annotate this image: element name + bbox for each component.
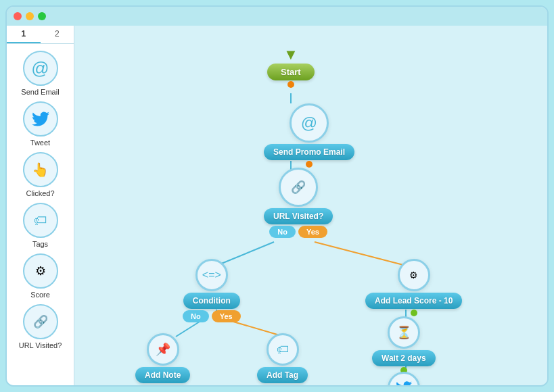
add-lead-score-label: Add Lead Score - 10	[365, 293, 462, 309]
sidebar-tab-1[interactable]: 1	[7, 26, 41, 43]
sidebar-tabs: 1 2	[7, 26, 74, 44]
add-tag-node[interactable]: 🏷 Add Tag	[257, 333, 308, 383]
wait-2-days-node[interactable]: ⏳ Wait 2 days	[372, 316, 436, 374]
flow-container: ▼ Start @ Send Promo Email 🔗 URL Visited…	[74, 26, 547, 385]
start-connector	[287, 81, 294, 88]
canvas: ▼ Start @ Send Promo Email 🔗 URL Visited…	[74, 26, 547, 385]
url-visited-node-label: URL Visited?	[264, 208, 333, 224]
add-lead-score-icon: ⚙	[398, 259, 430, 291]
sidebar-tab-2[interactable]: 2	[41, 26, 74, 43]
clicked-label: Clicked?	[26, 189, 54, 197]
add-note-icon: 📌	[147, 333, 179, 366]
add-tag-icon: 🏷	[267, 333, 299, 366]
wait-icon: ⏳	[388, 316, 420, 349]
start-label: Start	[267, 64, 315, 80]
url-visited-icon: 🔗	[23, 304, 58, 339]
tweet-icon	[23, 101, 58, 137]
sidebar-item-tweet[interactable]: Tweet	[14, 101, 68, 147]
send-email-icon: @	[23, 51, 58, 86]
main-area: 1 2 @ Send Email Tweet 👆 Clicked?	[7, 26, 547, 385]
condition-node[interactable]: <=> Condition No Yes	[183, 259, 241, 322]
close-button[interactable]	[14, 12, 22, 20]
titlebar	[7, 7, 547, 26]
tweet-label: Tweet	[30, 139, 50, 147]
add-note-label: Add Note	[135, 367, 190, 383]
url-visited-label: URL Visited?	[19, 341, 62, 349]
condition-yes-badge[interactable]: Yes	[212, 310, 241, 322]
url-visited-node[interactable]: 🔗 URL Visited? No Yes	[264, 168, 333, 238]
condition-branches: No Yes	[183, 310, 241, 322]
tags-label: Tags	[32, 240, 48, 248]
score-icon: ⚙	[23, 253, 58, 289]
add-lead-score-connector	[411, 310, 417, 316]
add-note-node[interactable]: 📌 Add Note	[135, 333, 190, 383]
sidebar-item-tags[interactable]: 🏷 Tags	[14, 203, 68, 248]
url-visited-branches: No Yes	[269, 226, 327, 238]
sidebar-item-send-email[interactable]: @ Send Email	[14, 51, 68, 96]
sidebar: 1 2 @ Send Email Tweet 👆 Clicked?	[7, 26, 74, 385]
minimize-button[interactable]	[26, 12, 34, 20]
send-promo-connector	[306, 161, 313, 168]
sidebar-item-score[interactable]: ⚙ Score	[14, 253, 68, 299]
tags-icon: 🏷	[23, 203, 58, 238]
wait-2-days-label: Wait 2 days	[372, 350, 436, 366]
maximize-button[interactable]	[38, 12, 46, 20]
send-email-label: Send Email	[21, 88, 59, 96]
url-visited-yes-badge[interactable]: Yes	[298, 226, 327, 238]
sidebar-item-url-visited[interactable]: 🔗 URL Visited?	[14, 304, 68, 349]
score-label: Score	[30, 291, 50, 299]
send-tweet-icon	[388, 372, 420, 385]
condition-label: Condition	[183, 293, 240, 309]
url-visited-no-badge[interactable]: No	[269, 226, 296, 238]
main-window: 1 2 @ Send Email Tweet 👆 Clicked?	[5, 5, 549, 387]
send-promo-label: Send Promo Email	[264, 144, 354, 160]
add-tag-label: Add Tag	[257, 367, 308, 383]
clicked-icon: 👆	[23, 152, 58, 187]
add-lead-score-node[interactable]: ⚙ Add Lead Score - 10	[365, 259, 462, 317]
sidebar-item-clicked[interactable]: 👆 Clicked?	[14, 152, 68, 197]
start-node[interactable]: ▼ Start	[267, 46, 315, 89]
condition-no-badge[interactable]: No	[183, 310, 209, 322]
condition-icon: <=>	[195, 259, 228, 291]
send-promo-node[interactable]: @ Send Promo Email	[264, 103, 354, 168]
sidebar-items: @ Send Email Tweet 👆 Clicked? 🏷 Tags	[7, 44, 74, 356]
send-promo-icon: @	[290, 103, 329, 143]
url-visited-node-icon: 🔗	[279, 168, 318, 207]
send-tweet-node[interactable]: Send Tweet	[372, 372, 436, 385]
start-arrow-icon: ▼	[283, 46, 298, 64]
